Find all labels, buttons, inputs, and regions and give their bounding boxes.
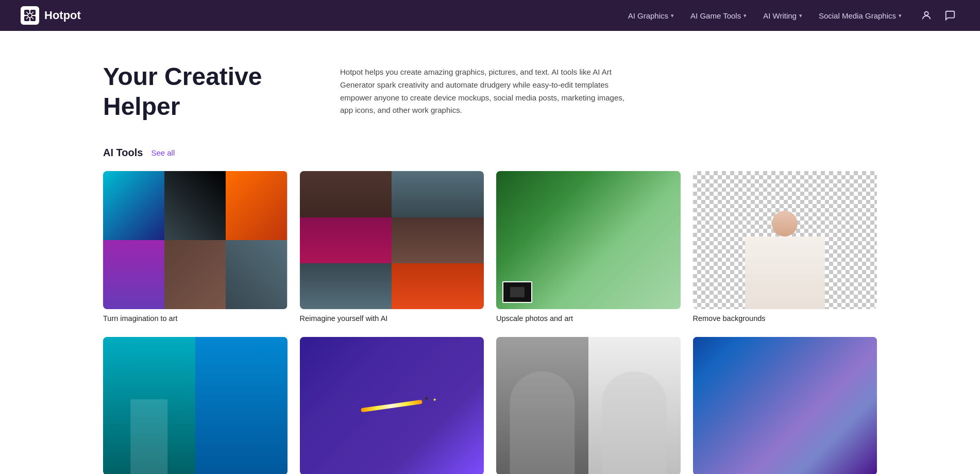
chevron-down-icon: ▾ [671,12,674,19]
tool-label: Remove backgrounds [693,314,877,323]
tool-card-imagination[interactable]: Turn imagination to art [103,171,288,323]
nav-items: AI Graphics ▾ AI Game Tools ▾ AI Writing… [621,7,909,24]
nav-ai-game-tools[interactable]: AI Game Tools ▾ [683,7,754,24]
logo-link[interactable]: Hotpot [21,6,81,25]
tool-image-remove-objects [103,337,288,474]
section-title: AI Tools [103,147,143,159]
chevron-down-icon: ▾ [799,12,802,19]
brand-name: Hotpot [44,9,81,22]
tool-card-outsource-writing[interactable]: ✦ ✦ Outsource writing tasks [300,337,484,474]
tool-image-upscale [496,171,681,309]
tool-card-personalize-art[interactable]: Personalize art [693,337,877,474]
tool-card-reimagine[interactable]: Reimagine yourself with AI [300,171,484,323]
tool-label: Reimagine yourself with AI [300,314,484,323]
tool-image-outsource-writing: ✦ ✦ [300,337,484,474]
hero-section: Your Creative Helper Hotpot helps you cr… [0,31,980,142]
main-content: AI Tools See all Turn imagination to art [0,142,980,474]
nav-ai-writing[interactable]: AI Writing ▾ [756,7,809,24]
tool-label: Upscale photos and art [496,314,681,323]
hero-description: Hotpot helps you create amazing graphics… [340,66,629,117]
tool-card-colorize[interactable]: Colorize old photos [496,337,681,474]
user-icon[interactable] [917,6,936,25]
tool-card-upscale[interactable]: Upscale photos and art [496,171,681,323]
tool-image-imagination [103,171,288,309]
nav-icons [917,6,959,25]
nav-social-media-graphics[interactable]: Social Media Graphics ▾ [812,7,909,24]
tool-image-reimagine [300,171,484,309]
tool-image-colorize [496,337,681,474]
svg-point-5 [924,12,928,15]
tool-label: Turn imagination to art [103,314,288,323]
chevron-down-icon: ▾ [744,12,747,19]
tool-image-bg-remove [693,171,877,309]
see-all-link[interactable]: See all [151,148,175,157]
tool-card-bg-remove[interactable]: Remove backgrounds [693,171,877,323]
tool-image-personalize-art [693,337,877,474]
hero-title: Your Creative Helper [103,62,299,121]
hero-left: Your Creative Helper [103,62,299,121]
section-header: AI Tools See all [103,147,877,159]
nav-ai-graphics[interactable]: AI Graphics ▾ [621,7,681,24]
logo-icon [21,6,39,25]
svg-point-4 [28,13,32,18]
main-nav: Hotpot AI Graphics ▾ AI Game Tools ▾ AI … [0,0,980,31]
tools-grid: Turn imagination to art Reimagine yourse… [103,171,877,474]
tool-card-remove-objects[interactable]: Remove objects [103,337,288,474]
chat-icon[interactable] [941,6,959,25]
hero-right: Hotpot helps you create amazing graphics… [340,62,877,117]
chevron-down-icon: ▾ [899,12,902,19]
